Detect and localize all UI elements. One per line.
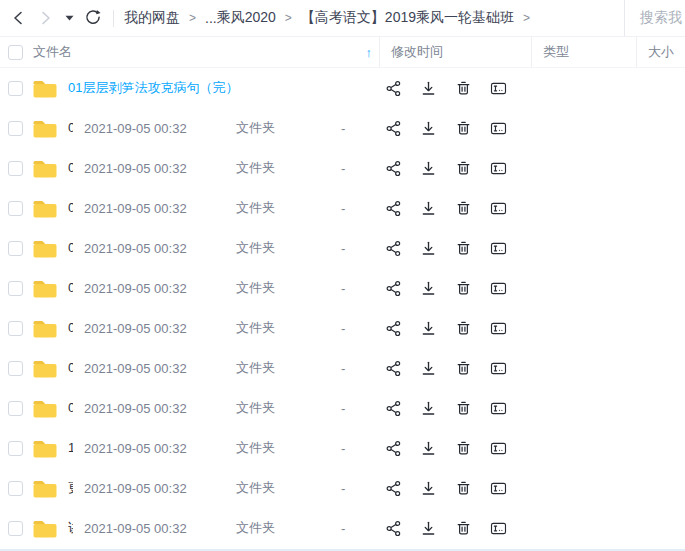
row-actions [379, 199, 685, 217]
table-row[interactable]: 08.实用类阅读套路 2021-09-05 00:32 文件夹 - [0, 348, 685, 388]
download-icon[interactable] [419, 199, 437, 217]
delete-icon[interactable] [454, 439, 472, 457]
delete-icon[interactable] [454, 399, 472, 417]
share-icon[interactable] [384, 159, 402, 177]
table-row[interactable]: 讲义(1) 2021-09-05 00:32 文件夹 - [0, 508, 685, 548]
share-icon[interactable] [384, 439, 402, 457]
rename-icon[interactable] [489, 439, 507, 457]
table-row[interactable]: 04.五步翻译法 2021-09-05 00:32 文件夹 - [0, 188, 685, 228]
download-icon[interactable] [419, 319, 437, 337]
row-actions [379, 519, 685, 537]
row-checkbox[interactable] [8, 161, 23, 176]
forward-icon[interactable] [34, 7, 56, 29]
rename-icon[interactable] [489, 359, 507, 377]
download-icon[interactable] [419, 159, 437, 177]
select-all-checkbox[interactable] [8, 45, 23, 60]
share-icon[interactable] [384, 319, 402, 337]
delete-icon[interactable] [454, 79, 472, 97]
rename-icon[interactable] [489, 479, 507, 497]
share-icon[interactable] [384, 519, 402, 537]
download-icon[interactable] [419, 279, 437, 297]
row-checkbox[interactable] [8, 201, 23, 216]
file-manager-window: 我的网盘>...乘风2020>【高考语文】2019乘风一轮基础班> 搜索我 文件… [0, 0, 685, 551]
table-row[interactable]: 02.论述文破解秘籍（完） 2021-09-05 00:32 文件夹 - [0, 108, 685, 148]
rename-icon[interactable] [489, 119, 507, 137]
modified-time: 2021-09-05 00:32 [73, 401, 225, 416]
rename-icon[interactable] [489, 319, 507, 337]
delete-icon[interactable] [454, 319, 472, 337]
row-actions [379, 319, 685, 337]
rename-icon[interactable] [489, 279, 507, 297]
delete-icon[interactable] [454, 279, 472, 297]
file-name-cell: 06.说重难点突破 [0, 278, 73, 299]
file-type: 文件夹 [225, 399, 330, 417]
column-size[interactable]: 大小 [636, 37, 685, 67]
table-row[interactable]: 05.高考默写长篇 2021-09-05 00:32 文件夹 - [0, 228, 685, 268]
row-checkbox[interactable] [8, 321, 23, 336]
share-icon[interactable] [384, 79, 402, 97]
download-icon[interactable] [419, 119, 437, 137]
download-icon[interactable] [419, 479, 437, 497]
sort-ascending-icon[interactable]: ↑ [366, 45, 373, 60]
download-icon[interactable] [419, 399, 437, 417]
row-checkbox[interactable] [8, 281, 23, 296]
search-input[interactable]: 搜索我 [624, 0, 685, 36]
share-icon[interactable] [384, 199, 402, 217]
rename-icon[interactable] [489, 519, 507, 537]
column-filename[interactable]: 文件名 [33, 43, 72, 61]
delete-icon[interactable] [454, 479, 472, 497]
rename-icon[interactable] [489, 239, 507, 257]
row-checkbox[interactable] [8, 361, 23, 376]
row-checkbox[interactable] [8, 401, 23, 416]
delete-icon[interactable] [454, 159, 472, 177]
file-size: - [330, 521, 379, 536]
row-checkbox[interactable] [8, 121, 23, 136]
breadcrumb-item[interactable]: 我的网盘 [124, 9, 180, 27]
column-type[interactable]: 类型 [531, 37, 636, 67]
share-icon[interactable] [384, 239, 402, 257]
download-icon[interactable] [419, 79, 437, 97]
delete-icon[interactable] [454, 359, 472, 377]
table-header: 文件名 ↑ 修改时间 类型 大小 [0, 37, 685, 68]
delete-icon[interactable] [454, 519, 472, 537]
row-checkbox[interactable] [8, 241, 23, 256]
row-checkbox[interactable] [8, 441, 23, 456]
table-row[interactable]: 06.说重难点突破 2021-09-05 00:32 文件夹 - [0, 268, 685, 308]
rename-icon[interactable] [489, 79, 507, 97]
download-icon[interactable] [419, 239, 437, 257]
back-icon[interactable] [8, 7, 30, 29]
share-icon[interactable] [384, 279, 402, 297]
share-icon[interactable] [384, 119, 402, 137]
rename-icon[interactable] [489, 199, 507, 217]
share-icon[interactable] [384, 479, 402, 497]
table-row[interactable]: 10.手把手教你写作文 2021-09-05 00:32 文件夹 - [0, 428, 685, 468]
download-icon[interactable] [419, 519, 437, 537]
file-name[interactable]: 01层层剥笋法攻克病句（完） [68, 79, 238, 97]
row-checkbox[interactable] [8, 81, 23, 96]
download-icon[interactable] [419, 359, 437, 377]
delete-icon[interactable] [454, 119, 472, 137]
delete-icon[interactable] [454, 239, 472, 257]
refresh-icon[interactable] [82, 7, 104, 29]
download-icon[interactable] [419, 439, 437, 457]
row-checkbox[interactable] [8, 481, 23, 496]
rename-icon[interactable] [489, 159, 507, 177]
row-actions [379, 79, 685, 97]
modified-time: 2021-09-05 00:32 [73, 521, 225, 536]
table-row[interactable]: 03.800成语速记 2021-09-05 00:32 文件夹 - [0, 148, 685, 188]
share-icon[interactable] [384, 399, 402, 417]
rename-icon[interactable] [489, 399, 507, 417]
delete-icon[interactable] [454, 199, 472, 217]
table-row[interactable]: 07.散文重难点突破 2021-09-05 00:32 文件夹 - [0, 308, 685, 348]
breadcrumb-separator: > [189, 11, 196, 25]
breadcrumb-item[interactable]: ... [205, 10, 217, 26]
table-row[interactable]: 01层层剥笋法攻克病句（完） [0, 68, 685, 108]
table-row[interactable]: 09.语文基本功训练 2021-09-05 00:32 文件夹 - [0, 388, 685, 428]
breadcrumb-item[interactable]: 乘风2020 [217, 9, 276, 27]
table-row[interactable]: 更多资料免费领取，免费，免费，强调了 2021-09-05 00:32 文件夹 … [0, 468, 685, 508]
column-modified[interactable]: 修改时间 [379, 37, 531, 67]
share-icon[interactable] [384, 359, 402, 377]
row-checkbox[interactable] [8, 521, 23, 536]
breadcrumb-item[interactable]: 【高考语文】2019乘风一轮基础班 [301, 9, 514, 27]
history-dropdown-icon[interactable] [62, 7, 76, 29]
